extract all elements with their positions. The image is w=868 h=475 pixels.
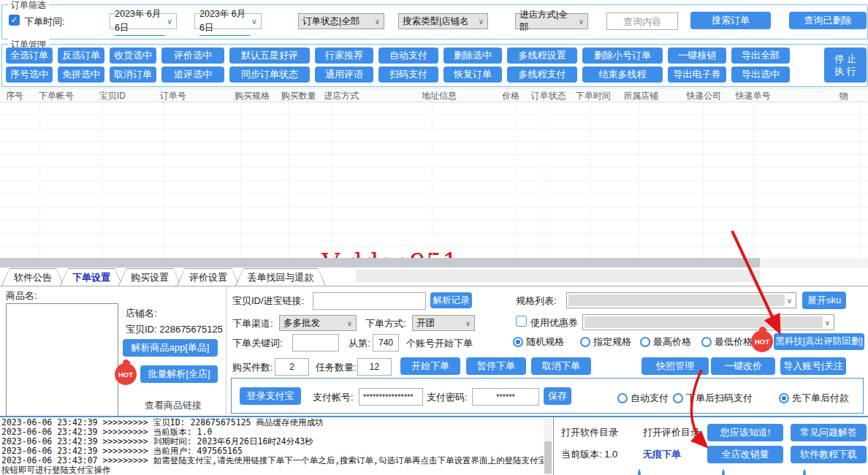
- manage-button[interactable]: 追评选中: [161, 66, 224, 83]
- manage-button[interactable]: 导出电子券: [668, 66, 726, 83]
- radio-icon[interactable]: [701, 337, 712, 347]
- expand-sku-button[interactable]: 展开sku: [802, 292, 846, 309]
- order-time-checkbox[interactable]: ✓: [9, 15, 20, 26]
- manage-button[interactable]: 行家推荐: [315, 48, 373, 64]
- radio-icon[interactable]: [617, 393, 628, 403]
- manage-button[interactable]: 序号选中: [6, 66, 53, 83]
- manage-button[interactable]: 同步订单状态: [229, 66, 310, 83]
- partial-radio[interactable]: [638, 469, 641, 475]
- date-to-picker[interactable]: 2023年 6月 6日 ∨: [194, 13, 262, 29]
- batch-parse-button[interactable]: 批量解析[全店]: [140, 365, 218, 383]
- manage-button[interactable]: 一键核销: [668, 48, 726, 64]
- keyword-input[interactable]: [292, 334, 339, 352]
- save-button[interactable]: 保存: [544, 387, 571, 405]
- open-review-dir-link[interactable]: 打开评价目录: [643, 426, 700, 439]
- product-listbox[interactable]: [6, 303, 118, 417]
- change-sales-button[interactable]: 全店改销量: [707, 446, 783, 463]
- action-button[interactable]: 暂停下单: [466, 357, 526, 375]
- tab-item[interactable]: 下单设置: [60, 268, 123, 286]
- tab-item[interactable]: 评价设置: [177, 268, 240, 286]
- manage-button[interactable]: 多线程支付: [507, 66, 577, 83]
- radio-icon[interactable]: [640, 337, 650, 347]
- item-link-input[interactable]: [313, 292, 426, 310]
- view-product-link[interactable]: 查看商品链接: [145, 399, 202, 412]
- manage-button[interactable]: 结束多线程: [582, 66, 663, 83]
- coupon-checkbox[interactable]: [516, 316, 527, 327]
- pay-password-input[interactable]: [472, 388, 539, 406]
- radio-icon[interactable]: [673, 393, 683, 403]
- order-table-body[interactable]: V:ddcp951: [0, 102, 868, 258]
- spec-radio-option[interactable]: 随机规格: [513, 335, 564, 349]
- query-content-input[interactable]: [606, 12, 678, 30]
- coupon-select[interactable]: ∨: [582, 314, 834, 330]
- action-button[interactable]: 取消下单: [531, 357, 591, 375]
- manage-button[interactable]: 评价选中: [161, 48, 224, 64]
- tab-item[interactable]: 软件公告: [1, 268, 64, 286]
- parse-app-button[interactable]: 解析商品app[单品]: [123, 339, 218, 357]
- payment-radio-option[interactable]: 先下单后付款: [779, 392, 849, 405]
- action-button[interactable]: 导入账号|关注: [780, 357, 846, 375]
- manage-button[interactable]: 恢复订单: [443, 66, 502, 83]
- manage-button[interactable]: 免拼选中: [58, 66, 104, 83]
- spec-radio-option[interactable]: 指定规格: [580, 335, 631, 349]
- open-software-dir-link[interactable]: 打开软件目录: [561, 426, 618, 439]
- channel-value: 多多批发: [283, 317, 320, 330]
- should-know-button[interactable]: 您应该知道!: [707, 424, 783, 441]
- payment-radio-option[interactable]: 下单后扫码支付: [673, 392, 753, 405]
- radio-icon[interactable]: [580, 337, 590, 347]
- log-output[interactable]: 2023-06-06 23:42:39 >>>>>>>>> 宝贝ID: 2286…: [1, 418, 544, 475]
- log-scrollbar[interactable]: [544, 418, 552, 475]
- spec-list-select[interactable]: ∨: [566, 292, 796, 308]
- query-deleted-button[interactable]: 查询已删除: [789, 12, 867, 29]
- search-type-select[interactable]: 搜索类型|店铺名 ∨: [398, 13, 488, 29]
- entry-mode-select[interactable]: 进店方式|全部 ∨: [515, 13, 588, 29]
- manage-button[interactable]: 取消订单: [110, 66, 156, 83]
- task-input[interactable]: [357, 358, 392, 376]
- manage-button[interactable]: 默认五星好评: [229, 48, 310, 64]
- tab-item[interactable]: 购买设置: [118, 268, 181, 286]
- action-button[interactable]: 开始下单: [400, 357, 460, 375]
- manage-button[interactable]: 通用评语: [315, 66, 373, 83]
- payment-radio-option[interactable]: 自动支付: [617, 392, 669, 405]
- table-horizontal-scrollbar[interactable]: [0, 258, 868, 267]
- search-orders-button[interactable]: 搜索订单: [690, 12, 771, 29]
- manage-button[interactable]: 反选订单: [58, 48, 104, 64]
- no-trace-order-label[interactable]: 无痕下单: [643, 448, 681, 461]
- manage-button[interactable]: 导出选中: [731, 66, 790, 83]
- qty-input[interactable]: [275, 358, 309, 376]
- action-button[interactable]: 快照管理: [642, 357, 709, 375]
- login-alipay-button[interactable]: 登录支付宝: [240, 387, 301, 405]
- black-tech-button[interactable]: 黑科技[高出评防回删]: [774, 333, 864, 350]
- order-status-select[interactable]: 订单状态|全部 ∨: [298, 13, 384, 29]
- partial-radio[interactable]: [803, 469, 806, 475]
- date-from-picker[interactable]: 2023年 6月 6日 ∨: [110, 13, 177, 29]
- stop-execute-button[interactable]: 停 止 执 行: [824, 48, 867, 83]
- method-select[interactable]: 开团 ∨: [412, 315, 475, 331]
- partial-radio[interactable]: [722, 469, 725, 475]
- tutorial-download-button[interactable]: 软件教程下载: [791, 446, 867, 463]
- manage-button[interactable]: 导出全部: [731, 48, 790, 64]
- tab-item[interactable]: 丢单找回与退款: [235, 268, 326, 286]
- manage-button[interactable]: 扫码支付: [378, 66, 438, 83]
- parse-record-button[interactable]: 解析记录: [430, 292, 472, 308]
- spec-radio-option[interactable]: 最低价格: [701, 335, 753, 349]
- chevron-down-icon[interactable]: ∨: [165, 17, 174, 26]
- radio-icon[interactable]: [513, 337, 523, 347]
- chevron-down-icon[interactable]: ∨: [250, 17, 259, 26]
- manage-button[interactable]: 多线程设置: [507, 48, 577, 64]
- manage-button[interactable]: 收货选中: [110, 48, 156, 64]
- scrollbar-thumb[interactable]: [0, 258, 760, 267]
- manage-button[interactable]: 全选订单: [6, 48, 53, 64]
- spec-radio-option[interactable]: 最高价格: [640, 335, 691, 349]
- channel-select[interactable]: 多多批发 ∨: [279, 315, 357, 331]
- from-account-input[interactable]: [373, 334, 399, 352]
- radio-icon[interactable]: [779, 393, 789, 403]
- manage-button[interactable]: 删除选中: [443, 48, 502, 64]
- pay-account-input[interactable]: [359, 388, 423, 406]
- table-gridline: [514, 102, 515, 258]
- manage-button[interactable]: 删除小号订单: [582, 48, 663, 64]
- scrollbar-thumb[interactable]: [544, 441, 552, 474]
- action-button[interactable]: 一键改价: [711, 357, 775, 375]
- manage-button[interactable]: 自动支付: [378, 48, 438, 64]
- faq-button[interactable]: 常见问题解答: [791, 424, 867, 441]
